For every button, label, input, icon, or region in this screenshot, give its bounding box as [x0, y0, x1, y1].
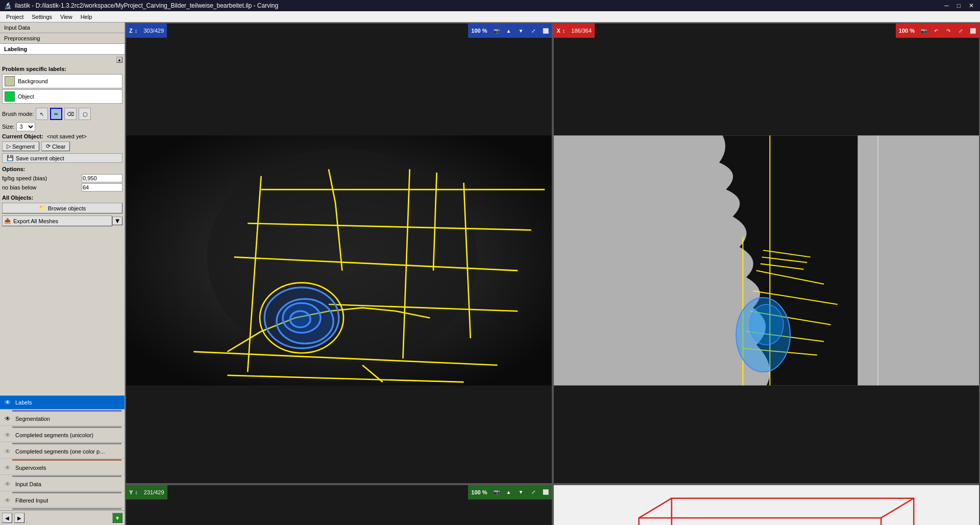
left-tabs: Input Data Preprocessing Labeling — [0, 22, 125, 55]
x-viewport-canvas[interactable] — [554, 38, 979, 483]
x-maximize-btn[interactable]: ⤢ — [954, 23, 967, 38]
layer-name-segmentation: Segmentation — [15, 416, 50, 422]
y-maximize-btn[interactable]: ⤢ — [527, 485, 540, 499]
layer-completed-unicolor[interactable]: 👁 Completed segments (unicolor) — [0, 428, 125, 442]
menubar: Project Settings View Help — [0, 11, 980, 22]
layer-eye-labels[interactable]: 👁 — [3, 398, 12, 407]
y-viewport-canvas[interactable] — [126, 499, 552, 525]
z-axis-arrows: ↕ — [135, 28, 138, 34]
no-bias-input[interactable] — [82, 183, 122, 192]
scroll-left-btn[interactable]: ◀ — [2, 513, 12, 523]
export-meshes-button[interactable]: 📤 Export All Meshes — [2, 216, 112, 226]
y-up-btn[interactable]: ▲ — [503, 485, 515, 499]
viewport-y[interactable]: Y ↕ 231/429 100 % 📷 ▲ ▼ ⤢ ⬜ — [125, 484, 553, 525]
menu-project[interactable]: Project — [2, 13, 28, 21]
tab-labeling[interactable]: Labeling — [0, 44, 125, 55]
tab-input-data[interactable]: Input Data — [0, 22, 125, 33]
y-camera-btn[interactable]: 📷 — [491, 485, 503, 499]
scroll-right-btn[interactable]: ▶ — [14, 513, 24, 523]
brush-paint-btn[interactable]: ✏ — [50, 108, 62, 120]
viewport-3d[interactable]: ⌂ ⟳ ⊕ Show 3D — [553, 484, 981, 525]
export-label: Export All Meshes — [13, 218, 58, 224]
z-maximize-btn[interactable]: ⤢ — [527, 23, 540, 38]
z-up-btn[interactable]: ▲ — [503, 23, 515, 38]
svg-rect-45 — [554, 485, 979, 525]
layer-filtered-input[interactable]: 👁 Filtered Input — [0, 494, 125, 508]
layer-name-completed-unicolor: Completed segments (unicolor) — [15, 432, 93, 438]
fg-bg-speed-input[interactable] — [82, 174, 122, 182]
close-button[interactable]: ✕ — [967, 2, 976, 9]
layer-name-filtered-input: Filtered Input — [15, 497, 48, 504]
z-axis-badge: Z ↕ — [126, 23, 140, 38]
minimize-button[interactable]: ─ — [942, 2, 951, 9]
x-camera-btn[interactable]: 📷 — [918, 23, 930, 38]
maximize-button[interactable]: □ — [955, 2, 963, 9]
segment-button[interactable]: ▷ Segment — [2, 141, 39, 151]
layer-segmentation[interactable]: 👁 Segmentation — [0, 412, 125, 426]
export-row: 📤 Export All Meshes ▼ — [2, 216, 122, 226]
z-camera-btn[interactable]: 📷 — [491, 23, 503, 38]
seg-clear-row: ▷ Segment ⟳ Clear — [2, 141, 122, 151]
label-object[interactable]: Object — [2, 89, 122, 104]
brush-erase-btn[interactable]: ⌫ — [64, 108, 77, 120]
layer-eye-completed-unicolor[interactable]: 👁 — [3, 431, 12, 440]
left-bottom: ◀ ▶ ▼ — [0, 510, 125, 525]
layer-eye-segmentation[interactable]: 👁 — [3, 414, 12, 423]
layer-labels[interactable]: 👁 Labels — [0, 396, 125, 410]
x-fullscreen-btn[interactable]: ⬜ — [967, 23, 979, 38]
left-panel: Input Data Preprocessing Labeling ▲ Prob… — [0, 22, 125, 525]
layer-name-labels: Labels — [15, 399, 32, 405]
layer-eye-filtered-input[interactable]: 👁 — [3, 496, 12, 505]
current-object-value: <not saved yet> — [47, 133, 87, 139]
menu-view[interactable]: View — [56, 13, 77, 21]
brush-mode-row: Brush mode: ↖ ✏ ⌫ ▢ — [2, 108, 122, 120]
titlebar: 🔬 ilastik - D:/ilastik-1.3.2rc2/workspac… — [0, 0, 980, 11]
all-objects-label: All Objects: — [2, 195, 122, 201]
layer-bar-filtered-input — [12, 508, 121, 510]
export-icon: 📤 — [4, 218, 11, 224]
fg-bg-speed-label: fg/bg speed (bias) — [2, 175, 47, 181]
layer-list: 👁 Labels 👁 Segmentation 👁 Completed segm… — [0, 395, 125, 510]
brush-box-btn[interactable]: ▢ — [79, 108, 91, 120]
x-redo-btn[interactable]: ↷ — [942, 23, 954, 38]
viewport-x[interactable]: X ↕ 186/364 100 % 📷 ↶ ↷ ⤢ ⬜ — [553, 22, 981, 484]
x-zoom: 100 % — [896, 23, 918, 38]
layer-completed-multicolor[interactable]: 👁 Completed segments (one color per ob — [0, 445, 125, 459]
current-object-row: Current Object: <not saved yet> — [2, 133, 122, 139]
label-background[interactable]: Background — [2, 74, 122, 88]
layer-bar-supervoxels — [12, 475, 121, 477]
x-axis-label: X — [557, 28, 560, 34]
layer-input-data[interactable]: 👁 Input Data — [0, 478, 125, 491]
y-down-btn[interactable]: ▼ — [515, 485, 527, 499]
brush-select-btn[interactable]: ↖ — [36, 108, 48, 120]
add-layer-btn[interactable]: ▼ — [112, 513, 122, 523]
layer-eye-input-data[interactable]: 👁 — [3, 480, 12, 489]
object-color-swatch — [5, 91, 15, 102]
z-axis-label: Z — [129, 28, 133, 34]
viewport-z[interactable]: Z ↕ 303/429 100 % 📷 ▲ ▼ ⤢ ⬜ — [125, 22, 553, 484]
z-down-btn[interactable]: ▼ — [515, 23, 527, 38]
tab-preprocessing[interactable]: Preprocessing — [0, 33, 125, 44]
layer-name-supervoxels: Supervoxels — [15, 465, 46, 471]
x-undo-btn[interactable]: ↶ — [930, 23, 942, 38]
clear-button[interactable]: ⟳ Clear — [41, 141, 70, 151]
z-viewport-canvas[interactable] — [126, 38, 552, 483]
menu-settings[interactable]: Settings — [28, 13, 56, 21]
export-dropdown-button[interactable]: ▼ — [112, 217, 122, 225]
size-select[interactable]: 3 5 10 20 — [16, 122, 35, 131]
menu-help[interactable]: Help — [77, 13, 96, 21]
browse-objects-button[interactable]: 📁 Browse objects — [2, 203, 122, 213]
z-fullscreen-btn[interactable]: ⬜ — [540, 23, 552, 38]
viewports-grid: Z ↕ 303/429 100 % 📷 ▲ ▼ ⤢ ⬜ — [125, 22, 980, 525]
scroll-up-btn[interactable]: ▲ — [116, 57, 122, 63]
browse-label: Browse objects — [48, 205, 86, 211]
layer-eye-supervoxels[interactable]: 👁 — [3, 463, 12, 472]
segment-label: Segment — [12, 144, 35, 150]
save-current-object-button[interactable]: 💾 Save current object — [2, 153, 122, 163]
layer-supervoxels[interactable]: 👁 Supervoxels — [0, 461, 125, 475]
x-axis-arrows: ↕ — [562, 28, 566, 34]
y-axis-badge: Y ↕ — [126, 485, 141, 499]
layer-eye-completed-multicolor[interactable]: 👁 — [3, 447, 12, 456]
y-counter: 231/429 — [141, 485, 167, 499]
y-fullscreen-btn[interactable]: ⬜ — [540, 485, 552, 499]
